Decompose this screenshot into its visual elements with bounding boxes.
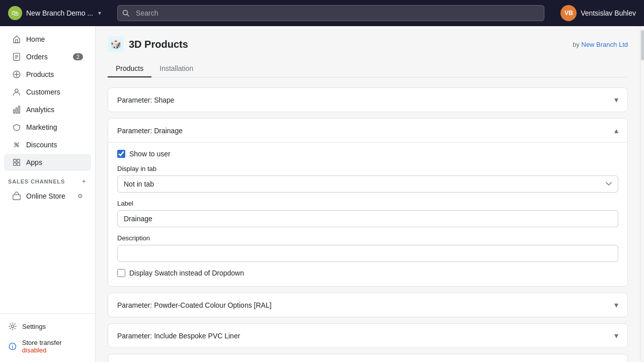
sidebar-item-label: Apps	[26, 158, 42, 166]
scroll-thumb[interactable]	[641, 30, 644, 60]
param-drainage-header[interactable]: Parameter: Drainage ▴	[108, 119, 627, 142]
svg-rect-16	[17, 159, 20, 162]
display-swatch-checkbox[interactable]	[117, 269, 125, 277]
sidebar: Home Orders 2 Products Customers Analyti…	[0, 26, 96, 362]
param-shape-header[interactable]: Parameter: Shape ▾	[108, 88, 627, 112]
sidebar-footer: Settings Store transfer disabled	[0, 313, 95, 362]
settings-label: Settings	[22, 323, 46, 330]
page-by-link[interactable]: New Branch Ltd	[582, 41, 628, 48]
param-powder-title: Parameter: Powder-Coated Colour Options …	[117, 301, 272, 309]
search-icon	[122, 10, 129, 17]
param-shape-title: Parameter: Shape	[117, 96, 175, 104]
show-to-user-label: Show to user	[129, 150, 171, 158]
param-drainage-body: Show to user Display in tab Not in tab T…	[108, 142, 627, 286]
sidebar-item-products[interactable]: Products	[4, 66, 91, 83]
display-swatch-label: Display Swatch instead of Dropdown	[129, 269, 244, 277]
brand-name: New Branch Demo ...	[26, 9, 93, 17]
sidebar-item-orders[interactable]: Orders 2	[4, 48, 91, 65]
show-to-user-checkbox[interactable]	[117, 150, 125, 158]
svg-rect-9	[14, 110, 15, 113]
svg-rect-17	[14, 163, 16, 165]
sidebar-item-label: Online Store	[26, 192, 65, 200]
param-length-card: Parameter: Length ▾	[108, 354, 628, 362]
sidebar-item-marketing[interactable]: Marketing	[4, 119, 91, 136]
store-icon	[12, 192, 21, 201]
sidebar-settings[interactable]: Settings	[0, 318, 95, 335]
sidebar-item-label: Marketing	[26, 123, 57, 131]
description-label: Description	[117, 234, 618, 242]
svg-point-13	[17, 145, 19, 147]
sidebar-store-transfer[interactable]: Store transfer disabled	[0, 335, 95, 358]
tab-products[interactable]: Products	[108, 60, 151, 77]
brand-button[interactable]: 🛍 New Branch Demo ... ▾	[8, 6, 101, 20]
param-powder-header[interactable]: Parameter: Powder-Coated Colour Options …	[108, 293, 627, 317]
info-icon	[8, 342, 17, 351]
svg-point-20	[11, 325, 14, 327]
svg-line-1	[127, 15, 129, 17]
param-drainage-card: Parameter: Drainage ▴ Show to user Displ…	[108, 118, 628, 287]
label-input[interactable]	[117, 210, 618, 227]
sidebar-item-home[interactable]: Home	[4, 31, 91, 48]
display-in-tab-select[interactable]: Not in tab Tab 1 Tab 2	[117, 175, 618, 193]
svg-rect-15	[14, 159, 16, 162]
sidebar-item-customers[interactable]: Customers	[4, 83, 91, 101]
svg-rect-10	[16, 108, 18, 113]
sidebar-item-analytics[interactable]: Analytics	[4, 101, 91, 118]
sidebar-item-online-store[interactable]: Online Store ⚙	[4, 188, 91, 205]
label-field-label: Label	[117, 200, 618, 207]
sales-channels-label: SALES CHANNELS	[8, 178, 65, 185]
page-title-wrap: 🎲 3D Products	[108, 36, 188, 52]
avatar: VB	[560, 5, 577, 21]
chevron-up-icon: ▴	[614, 126, 618, 135]
app-icon: 🎲	[108, 36, 124, 52]
sales-channels-section: SALES CHANNELS ＋	[0, 171, 95, 187]
sidebar-item-apps[interactable]: Apps	[4, 154, 91, 171]
svg-rect-18	[17, 163, 20, 165]
label-row: Label	[117, 200, 618, 227]
param-pvc-card: Parameter: Include Bespoke PVC Liner ▾	[108, 323, 628, 348]
chevron-down-icon: ▾	[614, 331, 618, 340]
svg-rect-11	[19, 106, 20, 113]
tab-installation[interactable]: Installation	[151, 60, 201, 77]
home-icon	[12, 35, 21, 44]
description-row: Description	[117, 234, 618, 262]
param-drainage-title: Parameter: Drainage	[117, 127, 183, 135]
param-length-header[interactable]: Parameter: Length ▾	[108, 354, 627, 362]
topnav: 🛍 New Branch Demo ... ▾ VB Ventsislav Bu…	[0, 0, 644, 26]
orders-icon	[12, 52, 21, 61]
online-store-settings-icon[interactable]: ⚙	[77, 193, 83, 200]
sidebar-item-discounts[interactable]: Discounts	[4, 136, 91, 153]
param-pvc-header[interactable]: Parameter: Include Bespoke PVC Liner ▾	[108, 324, 627, 347]
description-input[interactable]	[117, 245, 618, 262]
sidebar-nav: Home Orders 2 Products Customers Analyti…	[0, 26, 95, 313]
products-icon	[12, 70, 21, 79]
param-pvc-title: Parameter: Include Bespoke PVC Liner	[117, 332, 240, 340]
marketing-icon	[12, 123, 21, 132]
svg-point-8	[15, 89, 18, 92]
main-content: 🎲 3D Products by New Branch Ltd Products…	[96, 26, 640, 362]
chevron-down-icon: ▾	[614, 95, 618, 105]
customers-icon	[12, 87, 21, 97]
param-shape-card: Parameter: Shape ▾	[108, 87, 628, 112]
svg-rect-2	[16, 40, 18, 43]
page-header: 🎲 3D Products by New Branch Ltd	[108, 36, 628, 52]
svg-point-22	[12, 344, 13, 345]
sidebar-item-label: Products	[26, 70, 54, 78]
orders-badge: 2	[73, 53, 83, 60]
sidebar-item-label: Home	[26, 35, 45, 43]
page-title: 3D Products	[129, 39, 188, 50]
search-input[interactable]	[117, 5, 544, 21]
display-in-tab-row: Display in tab Not in tab Tab 1 Tab 2	[117, 165, 618, 193]
store-transfer-label: Store transfer disabled	[22, 339, 87, 354]
svg-point-12	[15, 143, 17, 145]
analytics-icon	[12, 105, 21, 114]
apps-icon	[12, 158, 21, 167]
show-to-user-row: Show to user	[117, 150, 618, 158]
svg-rect-19	[13, 195, 20, 200]
display-in-tab-label: Display in tab	[117, 165, 618, 172]
add-sales-channel-button[interactable]: ＋	[81, 177, 87, 185]
user-menu[interactable]: VB Ventsislav Buhlev	[560, 5, 636, 21]
sidebar-item-label: Orders	[26, 53, 48, 61]
page-by: by New Branch Ltd	[573, 41, 628, 48]
display-swatch-row: Display Swatch instead of Dropdown	[117, 269, 618, 277]
